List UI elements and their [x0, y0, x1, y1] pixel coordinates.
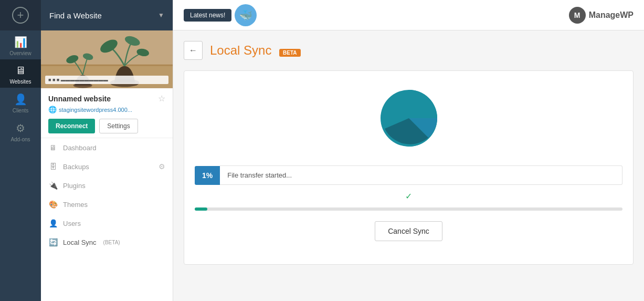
page-title: Local Sync BETA: [210, 43, 301, 58]
progress-message: File transfer started...: [220, 165, 622, 185]
websites-icon: 🖥: [15, 65, 26, 77]
backups-icon: 🗄: [48, 162, 58, 171]
sidebar-item-addons[interactable]: ⚙ Add-ons: [0, 117, 41, 146]
menu-item-dashboard[interactable]: 🖥 Dashboard: [41, 138, 173, 157]
themes-icon: 🎨: [48, 200, 58, 209]
website-selector[interactable]: Find a Website ▼: [41, 0, 173, 30]
plugins-icon: 🔌: [48, 181, 58, 190]
sidebar-item-clients[interactable]: 👤 Clients: [0, 88, 41, 117]
main-header: Latest news! 🐳 M ManageWP: [173, 0, 644, 30]
menu-item-users[interactable]: 👤 Users: [41, 214, 173, 233]
clients-icon: 👤: [14, 93, 27, 106]
nav-rail: + 📊 Overview 🖥 Websites 👤 Clients ⚙ Add-…: [0, 0, 41, 301]
sync-spinner: [377, 87, 440, 150]
settings-button[interactable]: Settings: [99, 119, 138, 133]
reconnect-button[interactable]: Reconnect: [48, 119, 95, 133]
plus-icon: +: [12, 7, 29, 24]
cancel-sync-button[interactable]: Cancel Sync: [375, 221, 442, 241]
managewp-logo: M ManageWP: [569, 7, 634, 24]
website-preview-bar: ■ ■ ■ ▬▬▬▬▬▬▬▬▬▬: [45, 76, 168, 84]
page-content: ← Local Sync BETA: [173, 30, 644, 301]
sidebar-menu: 🖥 Dashboard 🗄 Backups ⚙ 🔌 Plugins 🎨 Them…: [41, 138, 173, 301]
local-sync-icon: 🔄: [48, 238, 58, 246]
website-name: Unnamed website: [48, 95, 111, 103]
progress-row: 1% File transfer started...: [195, 165, 622, 185]
local-sync-header: ← Local Sync BETA: [184, 41, 634, 60]
sidebar: Find a Website ▼: [41, 0, 173, 301]
globe-icon: 🌐: [48, 106, 57, 113]
sync-card: 1% File transfer started... ✓ Cancel Syn…: [184, 70, 634, 265]
percent-badge: 1%: [195, 166, 220, 185]
news-bubble[interactable]: Latest news!: [184, 9, 231, 22]
favorite-icon[interactable]: ☆: [158, 94, 165, 103]
website-url: stagingsitewordpress4.000...: [59, 107, 132, 113]
check-icon: ✓: [405, 191, 412, 201]
beta-badge: BETA: [279, 49, 300, 57]
sidebar-item-websites[interactable]: 🖥 Websites: [0, 59, 41, 88]
dashboard-icon: 🖥: [48, 143, 58, 152]
backups-gear-icon[interactable]: ⚙: [159, 162, 165, 171]
back-button[interactable]: ←: [184, 41, 203, 60]
website-card: ■ ■ ■ ▬▬▬▬▬▬▬▬▬▬ Unnamed website ☆ 🌐 sta…: [41, 30, 173, 138]
menu-item-themes[interactable]: 🎨 Themes: [41, 195, 173, 214]
sidebar-item-overview[interactable]: 📊 Overview: [0, 30, 41, 59]
website-selector-title: Find a Website: [49, 11, 154, 20]
users-icon: 👤: [48, 219, 58, 227]
add-button[interactable]: +: [0, 0, 41, 30]
svg-rect-3: [41, 65, 173, 66]
chevron-down-icon: ▼: [158, 12, 164, 19]
overview-icon: 📊: [14, 36, 27, 48]
main-content: Latest news! 🐳 M ManageWP ← Local Sync B…: [173, 0, 644, 301]
mascot-icon: 🐳: [235, 4, 257, 26]
menu-item-backups[interactable]: 🗄 Backups ⚙: [41, 157, 173, 176]
news-section: Latest news! 🐳: [184, 4, 257, 26]
progress-circle: [377, 87, 440, 150]
progress-bar: [195, 207, 622, 211]
local-sync-beta-tag: (BETA): [103, 240, 120, 245]
website-actions: Reconnect Settings: [48, 119, 165, 133]
progress-bar-fill: [195, 207, 207, 211]
logo-icon: M: [569, 7, 586, 24]
menu-item-plugins[interactable]: 🔌 Plugins: [41, 176, 173, 195]
website-thumbnail: ■ ■ ■ ▬▬▬▬▬▬▬▬▬▬: [41, 30, 173, 88]
menu-item-local-sync[interactable]: 🔄 Local Sync (BETA): [41, 233, 173, 252]
check-row: ✓: [405, 191, 412, 201]
website-info: Unnamed website ☆ 🌐 stagingsitewordpress…: [41, 88, 173, 138]
addons-icon: ⚙: [16, 122, 25, 134]
